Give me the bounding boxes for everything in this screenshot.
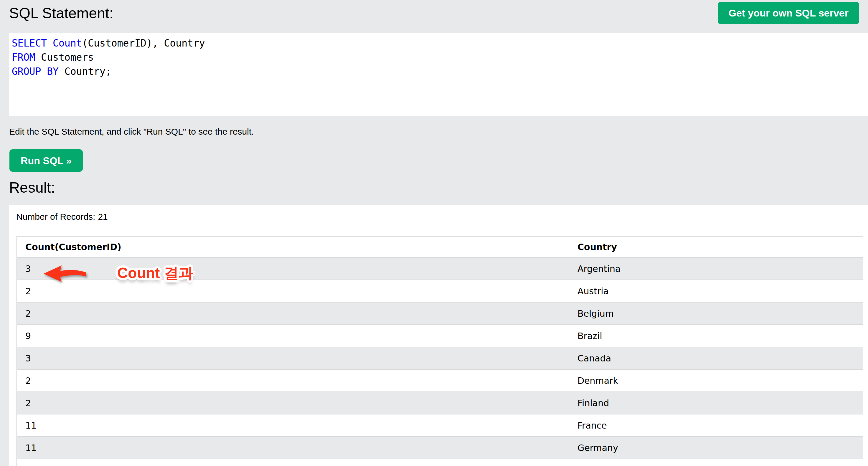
sql-keyword: SELECT	[12, 37, 47, 49]
table-row: 2Belgium	[17, 302, 863, 324]
result-title: Result:	[9, 179, 55, 196]
cell-count: 2	[17, 392, 569, 414]
cell-count: 2	[17, 302, 569, 324]
result-panel: Number of Records:21 Count(CustomerID)Co…	[9, 205, 868, 466]
table-row: 2Finland	[17, 392, 863, 414]
annotation-label: Count 결과	[117, 263, 193, 283]
code-line: FROM Customers	[12, 50, 868, 64]
sql-editor-area[interactable]: SELECT Count(CustomerID), CountryFROM Cu…	[9, 33, 868, 116]
cell-empty	[569, 459, 863, 466]
sql-keyword: GROUP BY	[12, 66, 59, 77]
record-count-label: Number of Records:	[16, 212, 95, 221]
run-sql-button[interactable]: Run SQL »	[9, 149, 83, 172]
annotation-left-arrow-icon	[43, 265, 87, 283]
cell-country: France	[569, 414, 863, 437]
table-header-row: Count(CustomerID)Country	[17, 236, 863, 257]
cell-count: 2	[17, 369, 569, 392]
column-header: Country	[569, 236, 863, 257]
cell-country: Denmark	[569, 369, 863, 392]
record-count-value: 21	[98, 212, 107, 221]
cell-country: Canada	[569, 347, 863, 369]
get-sql-server-button[interactable]: Get your own SQL server	[718, 2, 859, 24]
result-table-body: 3Argentina2Austria2Belgium9Brazil3Canada…	[17, 257, 863, 466]
sql-keyword: FROM	[12, 52, 35, 63]
table-row: 9Brazil	[17, 324, 863, 347]
table-row: 3Canada	[17, 347, 863, 369]
table-row-partial	[17, 459, 863, 466]
result-table-head: Count(CustomerID)Country	[17, 236, 863, 257]
cell-country: Austria	[569, 280, 863, 302]
cell-empty	[17, 459, 569, 466]
table-row: 11Germany	[17, 437, 863, 459]
column-header: Count(CustomerID)	[17, 236, 569, 257]
cell-count: 11	[17, 414, 569, 437]
sql-keyword: Count	[53, 37, 82, 49]
sql-statement-title: SQL Statement:	[9, 5, 114, 22]
cell-country: Belgium	[569, 302, 863, 324]
cell-count: 9	[17, 324, 569, 347]
cell-country: Brazil	[569, 324, 863, 347]
table-row: 2Austria	[17, 280, 863, 302]
cell-country: Argentina	[569, 257, 863, 280]
record-count: Number of Records:21	[16, 212, 108, 222]
sql-text: (CustomerID), Country	[82, 37, 205, 49]
table-row: 11France	[17, 414, 863, 437]
instruction-text: Edit the SQL Statement, and click "Run S…	[9, 127, 254, 137]
sql-code: SELECT Count(CustomerID), CountryFROM Cu…	[9, 33, 868, 79]
code-line: GROUP BY Country;	[12, 64, 868, 79]
cell-country: Germany	[569, 437, 863, 459]
cell-count: 11	[17, 437, 569, 459]
sql-text	[47, 37, 53, 49]
cell-count: 2	[17, 280, 569, 302]
code-line: SELECT Count(CustomerID), Country	[12, 36, 868, 50]
cell-count: 3	[17, 347, 569, 369]
cell-country: Finland	[569, 392, 863, 414]
cell-count: 3	[17, 257, 569, 280]
table-row: 2Denmark	[17, 369, 863, 392]
sql-text: Country;	[59, 66, 112, 77]
sql-text: Customers	[35, 52, 94, 63]
